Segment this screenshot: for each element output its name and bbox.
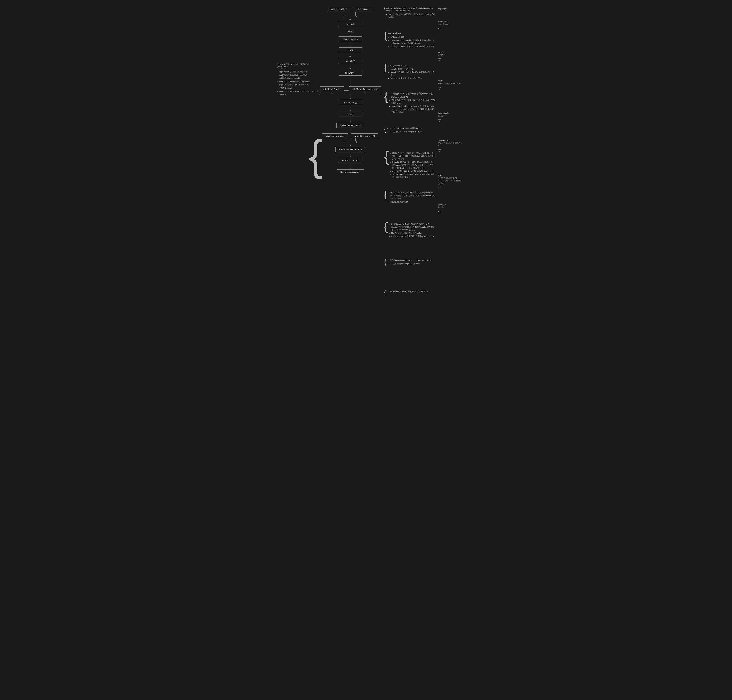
moduleTemplate-node: ModuleTemplate.render( ) <box>336 147 365 152</box>
optimist-node: optimist <box>339 21 362 27</box>
seal-node: seal( ) <box>339 112 362 117</box>
event-after-emit-name: after-emit <box>438 203 463 206</box>
event-entry-options-desc: option初始化 <box>438 23 449 25</box>
event-emit-name: emit <box>438 174 463 176</box>
new-webpack-note: { webpack初始化 构建compiler对象 WebpackOptions… <box>384 32 435 49</box>
module-chain-row: addModuleChain( ) addModuleDependencies(… <box>320 87 381 94</box>
chevron-7: ▽ <box>438 210 463 214</box>
moduleSource-node: module.source( ) <box>339 157 362 163</box>
moduleTemplate-note: { 不同的dependencyTemplates，如CommonJs,AMD..… <box>384 259 435 266</box>
buildModule-node: buildModule( ) <box>339 100 362 105</box>
new-webpack-node: new webpack( ) <box>339 37 362 42</box>
chevron-4: ▽ <box>438 118 463 122</box>
template-render-row: MainTemplate.render( ) ChunkTemplate.ren… <box>322 134 378 138</box>
chevron-3: ▽ <box>438 86 463 90</box>
addEntry-node: addEntry( ) <box>339 70 362 75</box>
event-after-emit: after-emit 输出完成 ▽ <box>438 203 463 214</box>
compile-note: { run触发compile，接下来就是开始构建options中模块 构建com… <box>384 93 435 115</box>
event-compile-name: compile <box>438 51 463 53</box>
event-build-module-desc: 构建模块 <box>438 115 445 117</box>
event-after-emit-desc: 输出完成 <box>438 206 445 208</box>
event-entry-options-name: entry-options <box>438 20 463 23</box>
addModuleDeps-note: { 解析入口js文件，通过对应的工厂方法创建模块，保存到compilation对… <box>384 152 435 180</box>
event-entry-options: entry-options option初始化 ▽ <box>438 20 463 31</box>
event-build-module-name: build-module <box>438 112 463 115</box>
tapable-item-3: applyPluginsAsync(),applyPluginsAsyncWat… <box>279 90 310 96</box>
mainTemplate-node: MainTemplate.render( ) <box>322 134 348 138</box>
chunkTemplate-node: ChunkTemplate.render( ) <box>351 134 379 138</box>
event-build-module: build-module 构建模块 ▽ <box>438 112 463 122</box>
chevron-1: ▽ <box>438 27 463 31</box>
createChunkAssets-node: createChunkAssets( ) <box>336 122 364 128</box>
event-after-compile: after-compile 完成所有模块构建 结束编译过程 ▽ <box>438 139 463 152</box>
event-after-compile-name: after-compile <box>438 139 463 142</box>
addModuleDependencies-node: addModuleDependencies( ) <box>349 87 381 94</box>
optimist-note: { optimist : Optimist is a node.js libra… <box>384 7 435 20</box>
event-make-desc: 分析入口文件 创建模块对象 <box>438 82 460 85</box>
chevron-2: ▽ <box>438 57 463 61</box>
compile-node: compile( ) <box>339 58 362 64</box>
event-after-compile-desc: 完成所有模块构建 结束编译过程 <box>438 142 462 147</box>
events-column: 事件节点: entry-options option初始化 ▽ compile … <box>437 7 463 215</box>
webpack-config-node: webpack.config.js <box>328 7 351 12</box>
event-compile: compile 开始编译 ▽ <box>438 51 463 61</box>
compilerEmit-note: { 通过emitAssets将最终的js输出到output的path中 <box>384 290 435 294</box>
addModuleChain-node: addModuleChain( ) <box>320 87 344 94</box>
seal-note: { 调用seal方法封装，逐次对每个module和chunk进行整理，生成编译后… <box>384 191 435 204</box>
chevron-5: ▽ <box>438 149 463 152</box>
event-compile-desc: 开始编译 <box>438 54 445 56</box>
notes-column: { optimist : Optimist is a node.js libra… <box>381 7 437 215</box>
addEntry-note: { compile中触发make事件并调用addEntry 找到入口js文件，进… <box>384 127 435 134</box>
tapable-item-1: apply(),plugin(): 通过各自插件中的apply方法调用tapab… <box>279 70 310 80</box>
tapable-description: tapable: 贯穿整个webpack，实现插件绑定与调用的库 apply()… <box>277 63 310 96</box>
event-emit-desc: Compiler开始输出生成的assets，插件有最后的机会修改assets <box>438 177 461 184</box>
event-make: make 分析入口文件 创建模块对象 ▽ <box>438 79 463 90</box>
shell-options-node: shell options <box>353 7 373 12</box>
run-note: { run(): 编译的入口方法 compiler具体划分为两个对象 Compi… <box>384 64 435 81</box>
events-header: 事件节点: <box>438 7 463 10</box>
source-nodes: webpack.config.js shell options <box>328 7 373 12</box>
tapable-item-2: applyPlugins(),applyPluginsWaterfall(): … <box>279 80 310 90</box>
options-label: options <box>347 30 353 32</box>
event-make-name: make <box>438 79 463 82</box>
run-node: run( ) <box>339 47 362 53</box>
flow-column: webpack.config.js shell options opt <box>320 7 381 215</box>
chevron-6: ▽ <box>438 186 463 190</box>
compilerEmitAssets-node: Compiler.emitAssets( ) <box>337 169 364 175</box>
emit-note: { 所有的module，chunk仍然保存的是通过一个个require()整合起… <box>384 223 435 239</box>
event-emit: emit Compiler开始输出生成的assets，插件有最后的机会修改ass… <box>438 174 463 190</box>
